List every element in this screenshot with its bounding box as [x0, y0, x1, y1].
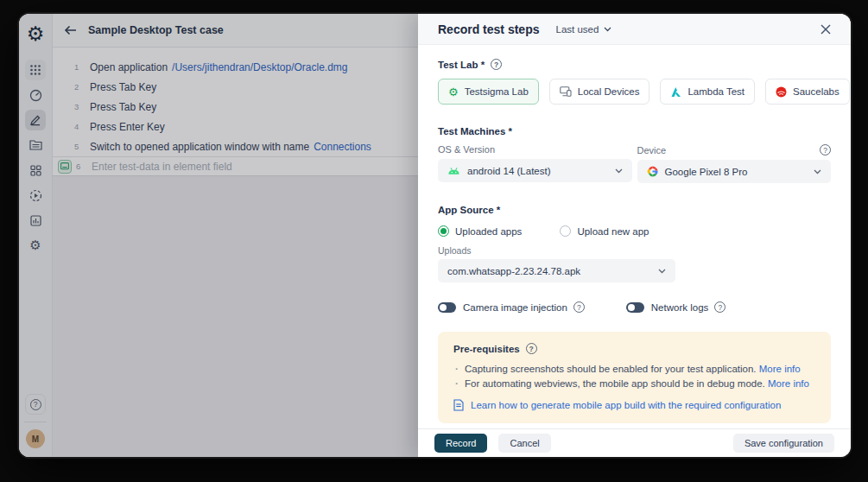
uploads-value: com.whatsapp-2.23.24.78.apk [447, 266, 580, 276]
camera-help-icon[interactable]: ? [573, 301, 585, 313]
last-used-dropdown[interactable]: Last used [555, 24, 611, 35]
radio-checked-icon [438, 225, 449, 237]
camera-image-injection-toggle[interactable] [438, 302, 456, 313]
app-source-label-text: App Source * [438, 205, 500, 215]
camera-toggle-label: Camera image injection [463, 302, 567, 313]
prerequisites-list: Capturing screenshots should be enabled … [453, 362, 815, 390]
app-background: ⚙ [19, 14, 418, 457]
prerequisite-item: Capturing screenshots should be enabled … [453, 362, 815, 377]
lab-option-testsigma[interactable]: ⚙ Testsigma Lab [438, 79, 539, 105]
prerequisites-title: Pre-requisites ? [453, 343, 815, 354]
chevron-down-icon [658, 269, 666, 274]
panel-header: Record test steps Last used [418, 14, 851, 45]
lab-option-label: Local Devices [578, 86, 640, 97]
device-value: Google Pixel 8 Pro [665, 167, 748, 177]
lab-option-label: Lambda Test [687, 86, 744, 97]
test-lab-label-text: Test Lab * [438, 60, 485, 70]
lambda-test-icon [670, 86, 681, 98]
record-test-steps-panel: Record test steps Last used Test Lab * ?… [418, 14, 851, 457]
upload-new-app-radio[interactable]: Upload new app [560, 225, 649, 237]
lab-option-lambda-test[interactable]: Lambda Test [660, 79, 755, 105]
panel-title: Record test steps [438, 22, 539, 36]
panel-body: Test Lab * ? ⚙ Testsigma Lab Local Devic… [418, 45, 851, 428]
device-select[interactable]: Google Pixel 8 Pro [637, 160, 832, 183]
learn-how-link-text: Learn how to generate mobile app build w… [471, 400, 781, 410]
os-version-value: android 14 (Latest) [467, 166, 551, 176]
app-source-label: App Source * [438, 205, 831, 215]
prerequisite-item: For automating webviews, the mobile app … [453, 377, 815, 391]
chevron-down-icon [604, 27, 611, 32]
network-help-icon[interactable]: ? [714, 301, 725, 313]
upload-new-app-label: Upload new app [577, 226, 649, 237]
os-version-select[interactable]: android 14 (Latest) [438, 159, 632, 182]
chevron-down-icon [814, 169, 821, 174]
record-button[interactable]: Record [434, 434, 487, 453]
more-info-link[interactable]: More info [759, 364, 801, 374]
device-label: Device ? [637, 144, 832, 155]
lab-option-saucelabs[interactable]: Saucelabs [765, 79, 850, 105]
test-lab-help-icon[interactable]: ? [491, 59, 502, 70]
network-logs-toggle[interactable] [626, 302, 644, 313]
modal-dim-overlay [19, 14, 418, 457]
uploads-select[interactable]: com.whatsapp-2.23.24.78.apk [438, 259, 675, 282]
android-icon [447, 167, 460, 175]
app-source-radios: Uploaded apps Upload new app [438, 225, 831, 237]
test-machines-label-text: Test Machines * [438, 126, 512, 136]
test-lab-options: ⚙ Testsigma Lab Local Devices Lambda T [438, 79, 831, 105]
chevron-down-icon [615, 168, 623, 174]
more-info-link[interactable]: More info [768, 378, 809, 389]
last-used-label: Last used [555, 24, 599, 35]
network-toggle-label: Network logs [651, 302, 708, 313]
test-machines-label: Test Machines * [438, 126, 831, 136]
testsigma-lab-icon: ⚙ [448, 86, 459, 98]
prerequisites-help-icon[interactable]: ? [526, 343, 537, 354]
test-machines-grid: OS & Version android 14 (Latest) [438, 144, 831, 183]
close-icon[interactable] [820, 24, 831, 35]
uploaded-apps-label: Uploaded apps [455, 226, 522, 237]
lab-option-local-devices[interactable]: Local Devices [549, 79, 650, 105]
prerequisites-box: Pre-requisites ? Capturing screenshots s… [438, 332, 831, 423]
uploaded-apps-radio[interactable]: Uploaded apps [438, 225, 522, 237]
save-configuration-button[interactable]: Save configuration [733, 434, 834, 453]
toggles-row: Camera image injection ? Network logs ? [438, 301, 831, 313]
os-version-label: OS & Version [438, 144, 632, 155]
panel-footer: Record Cancel Save configuration [418, 428, 851, 457]
test-lab-label: Test Lab * ? [438, 59, 831, 70]
cancel-button[interactable]: Cancel [498, 434, 550, 453]
app-window: ⚙ [19, 14, 851, 457]
radio-unchecked-icon [560, 225, 571, 237]
local-devices-icon [560, 86, 572, 97]
learn-how-link[interactable]: Learn how to generate mobile app build w… [453, 399, 815, 411]
lab-option-label: Testsigma Lab [465, 86, 529, 97]
device-help-icon[interactable]: ? [820, 144, 831, 155]
lab-option-label: Saucelabs [793, 86, 839, 97]
saucelabs-icon [776, 86, 787, 98]
google-icon [647, 166, 658, 177]
document-icon [453, 399, 464, 411]
uploads-label: Uploads [438, 245, 831, 256]
